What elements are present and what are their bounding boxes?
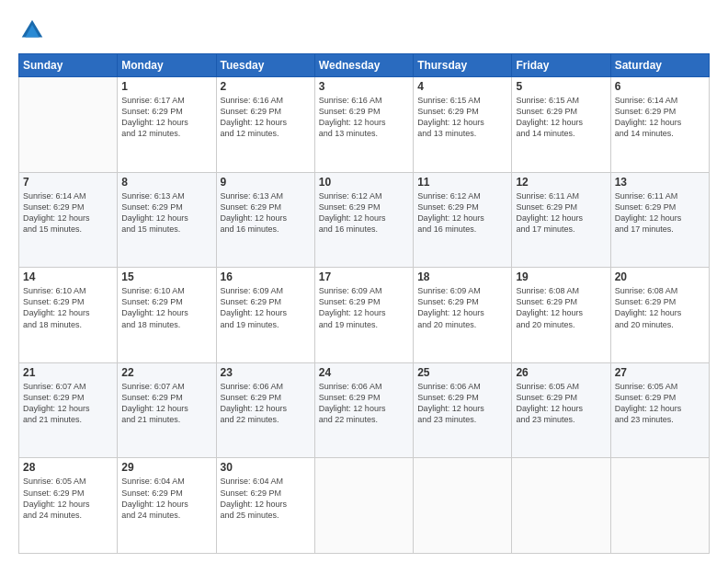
day-number: 11 <box>417 176 507 189</box>
day-number: 4 <box>417 80 507 93</box>
calendar-cell <box>512 458 610 554</box>
day-number: 8 <box>121 176 211 189</box>
calendar-table: SundayMondayTuesdayWednesdayThursdayFrid… <box>18 53 710 554</box>
day-number: 27 <box>615 366 705 379</box>
week-row-5: 28Sunrise: 6:05 AM Sunset: 6:29 PM Dayli… <box>19 458 710 554</box>
day-info: Sunrise: 6:09 AM Sunset: 6:29 PM Dayligh… <box>417 285 507 330</box>
calendar-cell: 4Sunrise: 6:15 AM Sunset: 6:29 PM Daylig… <box>414 77 512 173</box>
calendar-cell: 10Sunrise: 6:12 AM Sunset: 6:29 PM Dayli… <box>314 172 413 268</box>
day-info: Sunrise: 6:13 AM Sunset: 6:29 PM Dayligh… <box>121 190 211 236</box>
calendar-cell <box>414 458 512 554</box>
calendar-cell <box>19 77 118 173</box>
day-info: Sunrise: 6:05 AM Sunset: 6:29 PM Dayligh… <box>615 381 705 426</box>
calendar-cell: 12Sunrise: 6:11 AM Sunset: 6:29 PM Dayli… <box>512 172 610 268</box>
day-info: Sunrise: 6:15 AM Sunset: 6:29 PM Dayligh… <box>516 95 606 140</box>
day-number: 23 <box>221 366 311 379</box>
day-number: 10 <box>319 176 409 189</box>
day-number: 9 <box>221 176 311 189</box>
day-number: 3 <box>319 80 409 93</box>
calendar-cell: 7Sunrise: 6:14 AM Sunset: 6:29 PM Daylig… <box>19 172 118 268</box>
weekday-header-saturday: Saturday <box>610 54 709 77</box>
calendar-cell: 21Sunrise: 6:07 AM Sunset: 6:29 PM Dayli… <box>19 362 118 458</box>
day-number: 14 <box>23 270 113 283</box>
calendar-cell: 14Sunrise: 6:10 AM Sunset: 6:29 PM Dayli… <box>19 268 118 363</box>
day-info: Sunrise: 6:09 AM Sunset: 6:29 PM Dayligh… <box>221 285 311 330</box>
day-number: 16 <box>221 270 311 283</box>
day-number: 15 <box>121 270 211 283</box>
day-info: Sunrise: 6:06 AM Sunset: 6:29 PM Dayligh… <box>417 381 507 426</box>
day-number: 17 <box>319 270 409 283</box>
day-number: 18 <box>417 270 507 283</box>
calendar-cell: 22Sunrise: 6:07 AM Sunset: 6:29 PM Dayli… <box>118 362 216 458</box>
day-number: 30 <box>221 461 311 474</box>
calendar-cell: 25Sunrise: 6:06 AM Sunset: 6:29 PM Dayli… <box>414 362 512 458</box>
day-info: Sunrise: 6:05 AM Sunset: 6:29 PM Dayligh… <box>516 381 606 426</box>
day-number: 29 <box>121 461 211 474</box>
day-info: Sunrise: 6:06 AM Sunset: 6:29 PM Dayligh… <box>221 381 311 426</box>
calendar-cell: 28Sunrise: 6:05 AM Sunset: 6:29 PM Dayli… <box>19 458 118 554</box>
weekday-header-sunday: Sunday <box>19 54 118 77</box>
day-info: Sunrise: 6:14 AM Sunset: 6:29 PM Dayligh… <box>615 95 705 140</box>
day-info: Sunrise: 6:07 AM Sunset: 6:29 PM Dayligh… <box>23 381 113 426</box>
calendar-cell: 3Sunrise: 6:16 AM Sunset: 6:29 PM Daylig… <box>314 77 413 173</box>
day-info: Sunrise: 6:13 AM Sunset: 6:29 PM Dayligh… <box>221 190 311 236</box>
week-row-1: 1Sunrise: 6:17 AM Sunset: 6:29 PM Daylig… <box>19 77 710 173</box>
weekday-header-monday: Monday <box>118 54 216 77</box>
calendar-cell: 2Sunrise: 6:16 AM Sunset: 6:29 PM Daylig… <box>216 77 314 173</box>
day-info: Sunrise: 6:12 AM Sunset: 6:29 PM Dayligh… <box>319 190 409 236</box>
day-number: 6 <box>615 80 705 93</box>
calendar-cell: 8Sunrise: 6:13 AM Sunset: 6:29 PM Daylig… <box>118 172 216 268</box>
day-info: Sunrise: 6:07 AM Sunset: 6:29 PM Dayligh… <box>121 381 211 426</box>
day-info: Sunrise: 6:04 AM Sunset: 6:29 PM Dayligh… <box>121 476 211 521</box>
day-number: 22 <box>121 366 211 379</box>
day-info: Sunrise: 6:16 AM Sunset: 6:29 PM Dayligh… <box>221 95 311 140</box>
day-info: Sunrise: 6:12 AM Sunset: 6:29 PM Dayligh… <box>417 190 507 236</box>
day-info: Sunrise: 6:10 AM Sunset: 6:29 PM Dayligh… <box>121 285 211 330</box>
day-info: Sunrise: 6:06 AM Sunset: 6:29 PM Dayligh… <box>319 381 409 426</box>
day-info: Sunrise: 6:08 AM Sunset: 6:29 PM Dayligh… <box>615 285 705 330</box>
day-info: Sunrise: 6:15 AM Sunset: 6:29 PM Dayligh… <box>417 95 507 140</box>
calendar-cell: 1Sunrise: 6:17 AM Sunset: 6:29 PM Daylig… <box>118 77 216 173</box>
weekday-header-friday: Friday <box>512 54 610 77</box>
day-number: 25 <box>417 366 507 379</box>
day-number: 28 <box>23 461 113 474</box>
weekday-header-thursday: Thursday <box>414 54 512 77</box>
page: SundayMondayTuesdayWednesdayThursdayFrid… <box>0 0 728 563</box>
calendar-cell <box>314 458 413 554</box>
logo-icon <box>18 17 46 44</box>
week-row-2: 7Sunrise: 6:14 AM Sunset: 6:29 PM Daylig… <box>19 172 710 268</box>
calendar-cell: 15Sunrise: 6:10 AM Sunset: 6:29 PM Dayli… <box>118 268 216 363</box>
calendar-cell: 23Sunrise: 6:06 AM Sunset: 6:29 PM Dayli… <box>216 362 314 458</box>
calendar-cell: 13Sunrise: 6:11 AM Sunset: 6:29 PM Dayli… <box>610 172 709 268</box>
day-info: Sunrise: 6:09 AM Sunset: 6:29 PM Dayligh… <box>319 285 409 330</box>
day-info: Sunrise: 6:08 AM Sunset: 6:29 PM Dayligh… <box>516 285 606 330</box>
calendar-cell: 19Sunrise: 6:08 AM Sunset: 6:29 PM Dayli… <box>512 268 610 363</box>
calendar-cell: 18Sunrise: 6:09 AM Sunset: 6:29 PM Dayli… <box>414 268 512 363</box>
calendar-cell: 30Sunrise: 6:04 AM Sunset: 6:29 PM Dayli… <box>216 458 314 554</box>
day-number: 19 <box>516 270 606 283</box>
calendar-cell: 29Sunrise: 6:04 AM Sunset: 6:29 PM Dayli… <box>118 458 216 554</box>
day-info: Sunrise: 6:10 AM Sunset: 6:29 PM Dayligh… <box>23 285 113 330</box>
calendar-cell: 6Sunrise: 6:14 AM Sunset: 6:29 PM Daylig… <box>610 77 709 173</box>
calendar-cell: 20Sunrise: 6:08 AM Sunset: 6:29 PM Dayli… <box>610 268 709 363</box>
day-number: 24 <box>319 366 409 379</box>
day-number: 1 <box>121 80 211 93</box>
week-row-4: 21Sunrise: 6:07 AM Sunset: 6:29 PM Dayli… <box>19 362 710 458</box>
day-number: 5 <box>516 80 606 93</box>
day-info: Sunrise: 6:17 AM Sunset: 6:29 PM Dayligh… <box>121 95 211 140</box>
calendar-cell: 26Sunrise: 6:05 AM Sunset: 6:29 PM Dayli… <box>512 362 610 458</box>
day-info: Sunrise: 6:16 AM Sunset: 6:29 PM Dayligh… <box>319 95 409 140</box>
day-info: Sunrise: 6:04 AM Sunset: 6:29 PM Dayligh… <box>221 476 311 521</box>
calendar-cell: 9Sunrise: 6:13 AM Sunset: 6:29 PM Daylig… <box>216 172 314 268</box>
day-number: 13 <box>615 176 705 189</box>
day-info: Sunrise: 6:11 AM Sunset: 6:29 PM Dayligh… <box>516 190 606 236</box>
calendar-cell: 17Sunrise: 6:09 AM Sunset: 6:29 PM Dayli… <box>314 268 413 363</box>
calendar-cell: 27Sunrise: 6:05 AM Sunset: 6:29 PM Dayli… <box>610 362 709 458</box>
day-number: 7 <box>23 176 113 189</box>
weekday-header-tuesday: Tuesday <box>216 54 314 77</box>
day-number: 20 <box>615 270 705 283</box>
calendar-cell: 11Sunrise: 6:12 AM Sunset: 6:29 PM Dayli… <box>414 172 512 268</box>
day-number: 2 <box>221 80 311 93</box>
calendar-cell: 16Sunrise: 6:09 AM Sunset: 6:29 PM Dayli… <box>216 268 314 363</box>
week-row-3: 14Sunrise: 6:10 AM Sunset: 6:29 PM Dayli… <box>19 268 710 363</box>
